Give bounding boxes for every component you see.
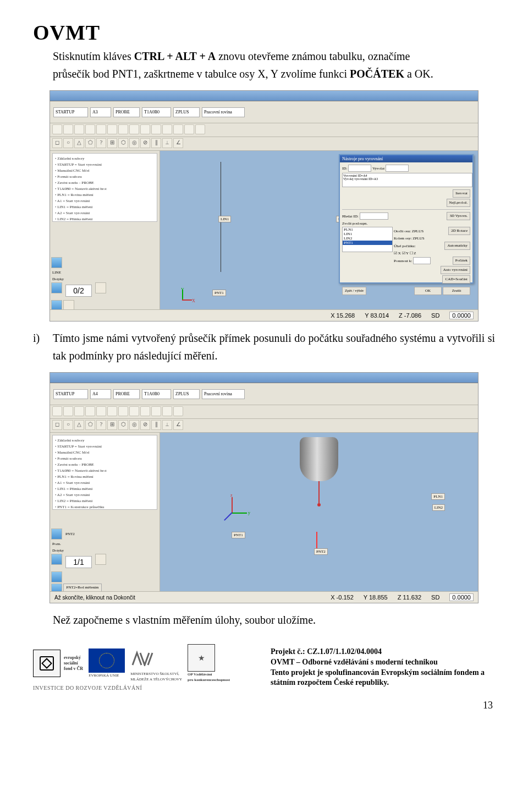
tree-item[interactable]: T1A0B0 = Nastavit aktivní hrot bbox=[55, 186, 155, 192]
tree-item[interactable]: LIN1 = Přímka měření bbox=[55, 486, 155, 492]
toolbar-button[interactable] bbox=[129, 124, 139, 134]
tree-item[interactable]: Manuální/CNC Mód bbox=[55, 168, 155, 174]
toolbar-button[interactable] bbox=[52, 124, 62, 134]
toolbar-button[interactable] bbox=[63, 406, 73, 416]
list-item[interactable]: LIN2 bbox=[343, 236, 392, 241]
side-icon[interactable] bbox=[51, 257, 62, 268]
shape-icon[interactable]: △ bbox=[74, 420, 84, 430]
tree-item[interactable]: T1A0B0 = Nastavit aktivní hrot bbox=[55, 468, 155, 474]
cadsoucast-btn[interactable]: CAD=Součást bbox=[442, 275, 470, 284]
toolbar-button[interactable] bbox=[151, 406, 161, 416]
shape-icon[interactable]: ⊘ bbox=[140, 420, 150, 430]
toolbar-button[interactable] bbox=[96, 124, 106, 134]
tree-item[interactable]: LIN2 = Přímka měření bbox=[55, 216, 155, 222]
toolbar-button[interactable] bbox=[151, 124, 161, 134]
zrusit-btn[interactable]: Zrušit bbox=[443, 287, 470, 295]
vyvolat-field[interactable] bbox=[386, 165, 409, 172]
shape-icon[interactable]: ⟂ bbox=[162, 138, 172, 148]
tree-item[interactable]: Formát souboru bbox=[55, 456, 155, 462]
field-a3[interactable]: A3 bbox=[90, 107, 111, 117]
id-field[interactable] bbox=[348, 165, 371, 172]
side-icon[interactable] bbox=[51, 554, 62, 565]
toolbar-button[interactable] bbox=[129, 406, 139, 416]
toolbar-button[interactable] bbox=[173, 124, 183, 134]
field-a4[interactable]: A4 bbox=[90, 389, 111, 399]
shape-icon[interactable]: ? bbox=[96, 420, 106, 430]
list-item[interactable]: LIN1 bbox=[343, 232, 392, 236]
field-workplane[interactable]: Pracovní rovina bbox=[202, 107, 245, 117]
list-item[interactable]: PLN1 bbox=[343, 227, 392, 232]
tree-item[interactable]: LIN1 = Přímka měření bbox=[55, 204, 155, 210]
shape-icon[interactable]: ◎ bbox=[129, 420, 139, 430]
field-startup[interactable]: STARTUP bbox=[53, 389, 88, 399]
shape-icon[interactable]: ∠ bbox=[173, 420, 183, 430]
field-probe[interactable]: PROBE bbox=[113, 107, 140, 117]
field-probe[interactable]: PROBE bbox=[113, 389, 140, 399]
shape-icon[interactable]: ○ bbox=[63, 420, 73, 430]
tree-item[interactable]: Formát souboru bbox=[55, 174, 155, 180]
shape-icon[interactable]: ⊞ bbox=[107, 138, 117, 148]
tree-item[interactable]: Zavést sondu – PROBE bbox=[55, 180, 155, 186]
shape-icon[interactable]: ∥ bbox=[151, 420, 161, 430]
posunout-field[interactable] bbox=[413, 257, 431, 264]
toolbar-button[interactable] bbox=[107, 406, 117, 416]
shape-icon[interactable]: ⊘ bbox=[140, 138, 150, 148]
toolbar-button[interactable] bbox=[63, 124, 73, 134]
tree-item[interactable]: PLN1 = Rovina měření bbox=[55, 192, 155, 198]
shape-icon[interactable]: △ bbox=[74, 138, 84, 148]
pocatek-btn[interactable]: Počátek bbox=[453, 257, 470, 265]
operation-tree[interactable]: Základní soubory STARTUP = Start vyrovná… bbox=[52, 153, 157, 222]
field-t1a0b0[interactable]: T1A0B0 bbox=[142, 389, 171, 399]
tree-item[interactable]: A2 = Start vyrovnání bbox=[55, 492, 155, 498]
field-zplus[interactable]: ZPLUS bbox=[173, 389, 200, 399]
toolbar-button[interactable] bbox=[74, 406, 84, 416]
tree-item[interactable]: STARTUP = Start vyrovnání bbox=[55, 162, 155, 168]
toolbar-button[interactable] bbox=[118, 406, 128, 416]
side-icon[interactable] bbox=[51, 528, 62, 539]
toolbar-button[interactable] bbox=[74, 124, 84, 134]
tree-item[interactable]: A2 = Start vyrovnání bbox=[55, 210, 155, 216]
canvas-3d[interactable]: z y PLN1 LIN2 PNT1 PNT2 bbox=[160, 433, 478, 598]
field-t1a0b0[interactable]: T1A0B0 bbox=[142, 107, 171, 117]
shape-icon[interactable]: ? bbox=[96, 138, 106, 148]
autovyrovn-btn[interactable]: Auto vyrovnání bbox=[441, 266, 470, 274]
toolbar-button[interactable] bbox=[173, 406, 183, 416]
tree-item[interactable]: A1 = Start vyrovnání bbox=[55, 198, 155, 204]
shape-icon[interactable]: ◎ bbox=[129, 138, 139, 148]
toolbar-button[interactable] bbox=[85, 124, 95, 134]
element-list[interactable]: PLN1 LIN1 LIN2 PNT1 bbox=[342, 227, 393, 252]
alignment-dialog[interactable]: Nástroje pro vyrovnání ID: Vyvolat Vyrov… bbox=[339, 154, 474, 284]
shape-icon[interactable]: ◻ bbox=[52, 138, 62, 148]
toolbar-button[interactable] bbox=[118, 124, 128, 134]
hledat-field[interactable] bbox=[360, 212, 388, 220]
list-item-selected[interactable]: PNT1 bbox=[343, 241, 392, 245]
tree-item[interactable]: Základní soubory bbox=[55, 438, 155, 444]
shape-icon[interactable]: ⊞ bbox=[107, 420, 117, 430]
side-icon[interactable] bbox=[51, 571, 62, 582]
nejlproloz-btn[interactable]: Nejl.prolož. bbox=[447, 199, 470, 207]
tree-item[interactable]: Manuální/CNC Mód bbox=[55, 450, 155, 456]
tree-item[interactable]: Zavést sondu – PROBE bbox=[55, 462, 155, 468]
toolbar-button[interactable] bbox=[85, 406, 95, 416]
shape-icon[interactable]: ⬡ bbox=[118, 138, 128, 148]
field-zplus[interactable]: ZPLUS bbox=[173, 107, 200, 117]
shape-icon[interactable]: ⟂ bbox=[162, 420, 172, 430]
zpet-btn[interactable]: Zpět / výběr bbox=[342, 287, 366, 295]
shape-icon[interactable]: ◻ bbox=[52, 420, 62, 430]
ok-btn[interactable]: OK bbox=[414, 287, 442, 295]
tree-item[interactable]: LIN2 = Přímka měření bbox=[55, 498, 155, 504]
toolbar-button[interactable] bbox=[184, 124, 194, 134]
3dvyrovn-btn[interactable]: 3D Vyrovn. bbox=[447, 212, 470, 220]
toolbar-button[interactable] bbox=[140, 124, 150, 134]
canvas-3d[interactable]: LIN1 PNT1 LIN1 Y X Nástroje pro vyrovnán… bbox=[160, 151, 478, 316]
tree-item[interactable]: STARTUP = Start vyrovnání bbox=[55, 444, 155, 450]
field-startup[interactable]: STARTUP bbox=[53, 107, 88, 117]
shape-icon[interactable]: ⬡ bbox=[118, 420, 128, 430]
iterovat-btn[interactable]: Iterovat bbox=[453, 189, 470, 198]
toolbar-button[interactable] bbox=[96, 406, 106, 416]
tree-item[interactable]: PLN1 = Rovina měření bbox=[55, 474, 155, 480]
toolbar-button[interactable] bbox=[162, 406, 172, 416]
shape-icon[interactable]: ∠ bbox=[173, 138, 183, 148]
toolbar-button[interactable] bbox=[162, 124, 172, 134]
toolbar-button[interactable] bbox=[52, 406, 62, 416]
